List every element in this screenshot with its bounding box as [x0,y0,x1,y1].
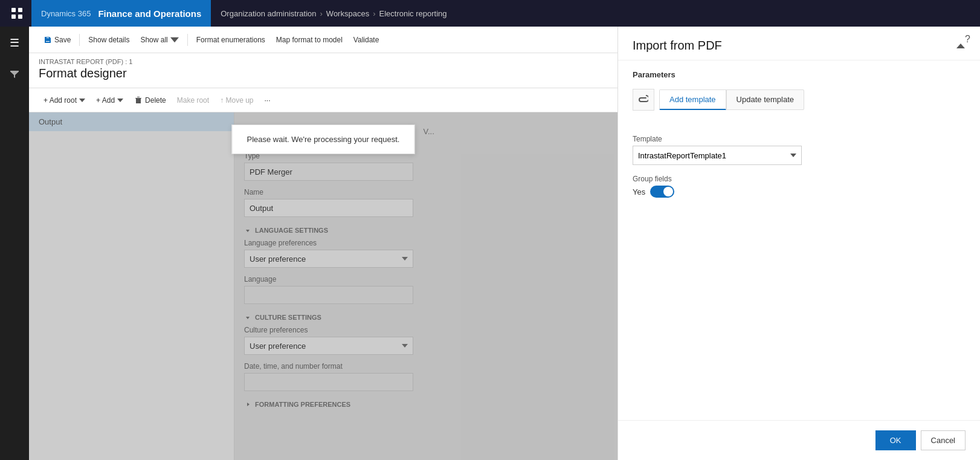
svg-rect-0 [11,8,16,12]
toggle-yes-label: Yes [633,187,645,196]
group-fields-toggle[interactable] [650,186,674,198]
overlay: Please wait. We're processing your reque… [29,112,617,460]
side-panel-footer: OK Cancel [618,420,980,460]
left-content: Save Show details Show all Format enumer… [29,27,617,460]
attachment-button[interactable] [633,89,654,111]
add-root-button[interactable]: + Add root [39,94,90,107]
validate-button[interactable]: Validate [349,30,384,50]
template-field-row: Template IntrastatReportTemplate1 [633,135,965,165]
side-panel-title: Import from PDF [633,39,722,53]
breadcrumb-part2: Workspaces [326,9,369,18]
page-title: Format designer [39,66,608,80]
template-tabs: Add template Update template [659,89,804,110]
toolbar: + Add root + Add Delete Make root ↑ Move… [29,88,617,112]
group-fields-label: Group fields [633,175,965,183]
template-select[interactable]: IntrastatReportTemplate1 [633,146,802,165]
side-panel-header: Import from PDF [618,27,980,60]
show-details-button[interactable]: Show details [83,30,134,50]
side-panel-body: Parameters Add template Update template [618,60,980,420]
move-up-button[interactable]: ↑ Move up [215,94,258,107]
params-section: Parameters [633,70,965,79]
apps-icon[interactable] [7,4,27,23]
hamburger-icon[interactable]: ☰ [5,31,24,54]
breadcrumb-part3: Electronic reporting [379,9,446,18]
cancel-button[interactable]: Cancel [921,430,965,450]
add-button[interactable]: + Add [91,94,128,107]
breadcrumb-part1: Organization administration [221,9,316,18]
collapse-button[interactable] [956,40,965,51]
toast-message: Please wait. We're processing your reque… [232,125,415,154]
update-template-tab[interactable]: Update template [726,89,804,110]
page-breadcrumb: INTRASTAT REPORT (PDF) : 1 [39,58,608,65]
map-format-button[interactable]: Map format to model [271,30,347,50]
breadcrumb-sep2: › [373,9,375,18]
save-button[interactable]: Save [39,30,76,50]
params-label: Parameters [633,70,675,79]
make-root-button[interactable]: Make root [172,94,214,107]
format-enumerations-button[interactable]: Format enumerations [192,30,270,50]
command-bar: Save Show details Show all Format enumer… [29,27,617,53]
add-template-tab[interactable]: Add template [659,89,726,110]
show-all-button[interactable]: Show all [135,30,183,50]
page-header: INTRASTAT REPORT (PDF) : 1 Format design… [29,53,617,88]
group-fields-row: Group fields Yes [633,175,965,198]
toggle-row: Yes [633,186,965,198]
more-button[interactable]: ··· [259,94,275,107]
import-from-pdf-panel: ? Import from PDF Parameters Ad [617,27,980,460]
cmd-sep1 [79,34,80,46]
svg-rect-3 [18,15,22,19]
main-layout: ☰ Save Show details Show all Form [0,27,980,460]
delete-button[interactable]: Delete [129,94,171,107]
top-nav: Dynamics 365 Finance and Operations Orga… [0,0,980,27]
brand-section: Dynamics 365 Finance and Operations [31,0,211,27]
template-label: Template [633,135,965,143]
dynamics-label: Dynamics 365 [41,9,91,18]
breadcrumb: Organization administration › Workspaces… [211,0,456,27]
breadcrumb-sep1: › [320,9,323,18]
content-area: Output Format Mapping Transformations [29,112,617,460]
cmd-sep2 [187,34,188,46]
svg-rect-2 [11,15,16,19]
svg-rect-1 [18,8,22,12]
filter-icon[interactable] [5,64,24,86]
help-icon[interactable]: ? [965,34,970,45]
app-name-label: Finance and Operations [98,8,201,19]
ok-button[interactable]: OK [875,430,916,450]
sidebar: ☰ [0,27,29,460]
